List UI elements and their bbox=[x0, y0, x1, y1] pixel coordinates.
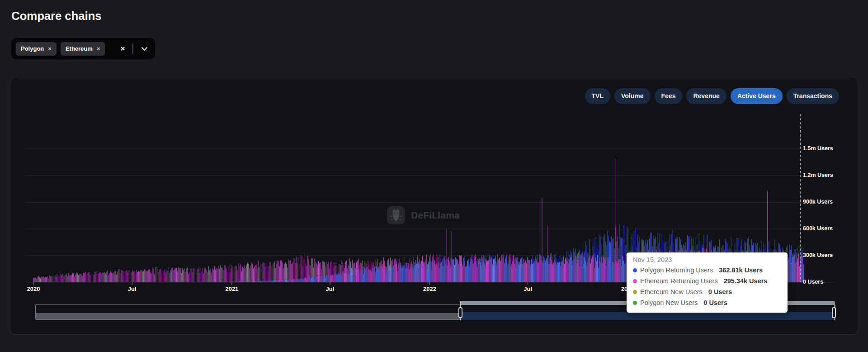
slider-right-handle[interactable] bbox=[832, 307, 836, 318]
series-dot-icon bbox=[633, 290, 637, 294]
y-axis-label: 1.5m Users bbox=[803, 145, 833, 152]
x-axis-label: Jul bbox=[128, 285, 137, 292]
chain-selector[interactable]: Polygon×Ethereum× × bbox=[11, 38, 155, 59]
slider-left-handle[interactable] bbox=[458, 307, 462, 318]
metric-tabs: TVLVolumeFeesRevenueActive UsersTransact… bbox=[585, 88, 839, 104]
series-value: 0 Users bbox=[703, 297, 727, 308]
clear-selection-icon[interactable]: × bbox=[120, 45, 125, 52]
y-axis-label: 0 Users bbox=[803, 279, 823, 285]
series-name: Ethereum New Users bbox=[640, 286, 703, 297]
series-value: 362.81k Users bbox=[719, 265, 763, 276]
y-axis-label: 1.2m Users bbox=[803, 172, 833, 178]
remove-chip-icon[interactable]: × bbox=[97, 46, 100, 52]
x-axis-label: 2022 bbox=[423, 285, 436, 292]
tab-tvl[interactable]: TVL bbox=[585, 88, 610, 104]
page-title: Compare chains bbox=[11, 9, 102, 23]
tooltip-row: Polygon New Users0 Users bbox=[633, 297, 781, 308]
series-name: Ethereum Returning Users bbox=[640, 276, 718, 286]
remove-chip-icon[interactable]: × bbox=[48, 46, 52, 52]
slider-unselected-region[interactable] bbox=[36, 313, 461, 319]
tab-active-users[interactable]: Active Users bbox=[731, 88, 783, 104]
selector-divider bbox=[132, 43, 133, 54]
series-dot-icon bbox=[633, 268, 637, 272]
x-axis-label: Jul bbox=[326, 285, 335, 292]
series-name: Polygon New Users bbox=[640, 297, 698, 308]
series-name: Polygon Returning Users bbox=[640, 265, 713, 276]
y-axis-label: 600k Users bbox=[803, 225, 833, 232]
series-dot-icon bbox=[633, 301, 637, 305]
x-axis-label: Jul bbox=[524, 285, 532, 292]
chip-label: Ethereum bbox=[66, 45, 93, 52]
x-axis-label: 2021 bbox=[225, 285, 238, 292]
slider-selected-region[interactable] bbox=[461, 312, 835, 320]
chip-label: Polygon bbox=[21, 45, 44, 52]
tab-transactions[interactable]: Transactions bbox=[787, 88, 839, 104]
series-dot-icon bbox=[633, 279, 637, 283]
y-axis-label: 300k Users bbox=[803, 252, 833, 258]
series-value: 295.34k Users bbox=[724, 276, 768, 286]
series-value: 0 Users bbox=[708, 286, 732, 297]
tooltip-row: Ethereum Returning Users295.34k Users bbox=[633, 276, 781, 286]
compare-chains-page: Compare chains Polygon×Ethereum× × TVLVo… bbox=[0, 0, 868, 352]
tab-fees[interactable]: Fees bbox=[655, 88, 683, 104]
tooltip-row: Ethereum New Users0 Users bbox=[633, 286, 781, 297]
x-axis-label: 2020 bbox=[27, 285, 40, 292]
tab-revenue[interactable]: Revenue bbox=[686, 88, 726, 104]
chevron-down-icon[interactable] bbox=[141, 47, 148, 51]
chain-chip-ethereum[interactable]: Ethereum× bbox=[61, 42, 105, 56]
chain-chip-polygon[interactable]: Polygon× bbox=[16, 42, 57, 56]
chart-tooltip: Nov 15, 2023 Polygon Returning Users362.… bbox=[627, 252, 788, 313]
tab-volume[interactable]: Volume bbox=[614, 88, 651, 104]
y-axis-label: 900k Users bbox=[803, 199, 833, 205]
tooltip-row: Polygon Returning Users362.81k Users bbox=[633, 265, 781, 276]
tooltip-date: Nov 15, 2023 bbox=[633, 256, 781, 263]
